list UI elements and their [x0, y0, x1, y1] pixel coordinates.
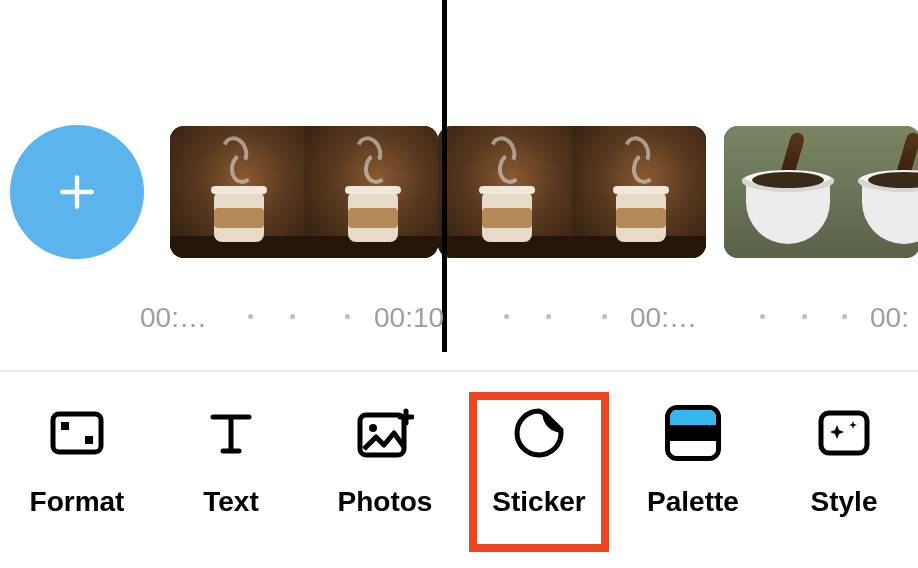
time-ruler: 00:… 00:10 00:… 00: [0, 302, 918, 342]
ruler-dot [760, 314, 765, 319]
svg-rect-5 [821, 413, 867, 453]
tool-label: Text [203, 486, 259, 518]
clip-frame [840, 126, 918, 258]
svg-rect-0 [53, 414, 101, 452]
ruler-dot [248, 314, 253, 319]
bottom-toolbar: Format Text Photos Sticker [0, 392, 918, 568]
text-icon [200, 402, 262, 464]
ruler-dot [842, 314, 847, 319]
format-icon [46, 402, 108, 464]
ruler-label: 00:… [630, 302, 697, 334]
timeline[interactable]: 00:… 00:10 00:… 00: [0, 0, 918, 370]
palette-icon [662, 402, 724, 464]
toolbar-separator [0, 370, 918, 372]
svg-point-4 [369, 424, 377, 432]
palette-swatch [670, 425, 716, 440]
tool-photos[interactable]: Photos [308, 392, 462, 552]
photos-icon [354, 402, 416, 464]
ruler-label: 00:… [140, 302, 207, 334]
ruler-dot [546, 314, 551, 319]
tool-sticker[interactable]: Sticker [469, 392, 609, 552]
palette-swatch [670, 441, 716, 456]
tool-label: Style [811, 486, 878, 518]
clip-track[interactable] [170, 126, 918, 258]
tool-label: Palette [647, 486, 739, 518]
style-icon [813, 402, 875, 464]
ruler-label: 00: [870, 302, 909, 334]
ruler-dot [802, 314, 807, 319]
tool-palette[interactable]: Palette [616, 392, 770, 552]
clip-gap [706, 126, 724, 258]
tool-label: Photos [338, 486, 433, 518]
tool-label: Sticker [492, 486, 585, 518]
video-editor: 00:… 00:10 00:… 00: Format T [0, 0, 918, 568]
ruler-dot [602, 314, 607, 319]
sticker-icon [508, 402, 570, 464]
clip-frame [304, 126, 438, 258]
ruler-dot [345, 314, 350, 319]
clip[interactable] [438, 126, 706, 258]
add-clip-button[interactable] [10, 125, 144, 259]
clip[interactable] [170, 126, 438, 258]
clip[interactable] [724, 126, 918, 258]
ruler-label: 00:10 [374, 302, 444, 334]
tool-text[interactable]: Text [154, 392, 308, 552]
playhead[interactable] [442, 0, 447, 352]
clip-frame [572, 126, 706, 258]
clip-frame [170, 126, 304, 258]
ruler-dot [504, 314, 509, 319]
clip-frame [438, 126, 572, 258]
ruler-dot [290, 314, 295, 319]
tool-format[interactable]: Format [0, 392, 154, 552]
svg-rect-1 [61, 422, 69, 430]
clip-frame [724, 126, 840, 258]
palette-swatch [670, 410, 716, 425]
svg-rect-2 [85, 436, 93, 444]
plus-icon [55, 170, 99, 214]
tool-label: Format [30, 486, 125, 518]
tool-style[interactable]: Style [770, 392, 918, 552]
